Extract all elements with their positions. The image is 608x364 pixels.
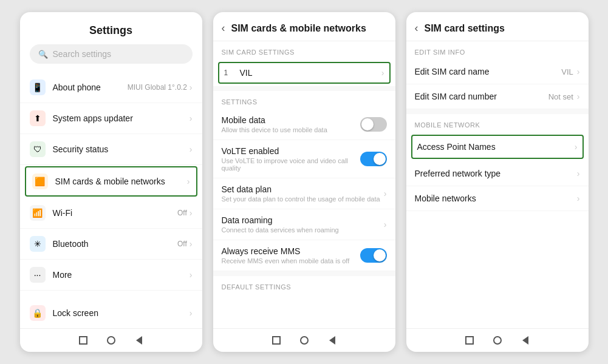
- mms-sublabel: Receive MMS even when mobile data is off: [222, 257, 360, 265]
- volte-item[interactable]: VoLTE enabled Use VoLTE to improve voice…: [213, 140, 395, 178]
- back-arrow-icon[interactable]: ‹: [222, 22, 225, 35]
- spacer: [20, 291, 202, 298]
- sim-number-item[interactable]: Edit SIM card number Not set ›: [406, 84, 589, 109]
- network-type-item[interactable]: Preferred network type ›: [406, 161, 589, 186]
- settings-item-sim-networks[interactable]: 🟧 SIM cards & mobile networks ›: [25, 166, 197, 197]
- about-phone-value: MIUI Global 1°.0.2: [128, 83, 190, 92]
- settings-item-about-phone[interactable]: 📱 About phone MIUI Global 1°.0.2 ›: [20, 72, 202, 103]
- lock-screen-chevron: ›: [190, 308, 193, 318]
- apn-item[interactable]: Access Point Names ›: [411, 135, 584, 159]
- sim-networks-chevron: ›: [187, 177, 190, 186]
- bluetooth-value: Off: [177, 240, 190, 248]
- apn-chevron: ›: [575, 142, 578, 152]
- vil-chevron: ›: [381, 68, 384, 78]
- nav-back-btn-3[interactable]: [520, 335, 531, 346]
- more-chevron: ›: [190, 270, 193, 280]
- nav-square-icon-3: [465, 336, 474, 345]
- search-bar[interactable]: 🔍 Search settings: [30, 44, 193, 64]
- wifi-icon: 📶: [30, 205, 46, 221]
- nav-circle-btn[interactable]: [106, 335, 117, 346]
- nav-back-btn-2[interactable]: [327, 335, 338, 346]
- sim-number-value: Not set: [548, 92, 573, 101]
- section-divider-1: [213, 86, 395, 91]
- nav-square-btn-2[interactable]: [271, 335, 282, 346]
- settings-title: Settings: [30, 24, 193, 37]
- security-icon: 🛡: [30, 141, 46, 157]
- bluetooth-chevron: ›: [190, 239, 193, 249]
- settings-item-more[interactable]: ··· More ›: [20, 260, 202, 291]
- bluetooth-text: Bluetooth: [53, 239, 178, 249]
- more-icon: ···: [30, 267, 46, 283]
- settings-item-lock-screen[interactable]: 🔒 Lock screen ›: [20, 298, 202, 328]
- panel-settings: Settings 🔍 Search settings 📱 About phone…: [20, 12, 202, 352]
- nav-back-btn[interactable]: [134, 335, 145, 346]
- sim-name-chevron: ›: [577, 67, 580, 76]
- volte-knob: [374, 153, 386, 165]
- data-roaming-sublabel: Connect to data services when roaming: [222, 226, 384, 234]
- mobile-data-toggle[interactable]: [360, 117, 387, 132]
- lock-screen-text: Lock screen: [53, 308, 190, 318]
- settings-item-bluetooth[interactable]: ✳ Bluetooth Off ›: [20, 229, 202, 260]
- volte-text: VoLTE enabled Use VoLTE to improve voice…: [222, 146, 360, 172]
- mms-item[interactable]: Always receive MMS Receive MMS even when…: [213, 240, 395, 271]
- mms-knob: [374, 249, 386, 261]
- nav-circle-icon-3: [493, 336, 502, 345]
- set-data-plan-sublabel: Set your data plan to control the usage …: [222, 195, 384, 203]
- about-phone-icon: 📱: [30, 79, 46, 95]
- sim-networks-header: ‹ SIM cards & mobile networks: [213, 12, 395, 41]
- lock-screen-label: Lock screen: [53, 308, 190, 318]
- nav-circle-btn-2[interactable]: [299, 335, 310, 346]
- mms-toggle[interactable]: [360, 248, 387, 263]
- section-divider-3: [406, 109, 589, 114]
- set-data-plan-text: Set data plan Set your data plan to cont…: [222, 184, 384, 203]
- nav-back-icon-3: [522, 336, 528, 345]
- network-type-label: Preferred network type: [415, 169, 577, 178]
- data-roaming-text: Data roaming Connect to data services wh…: [222, 215, 384, 234]
- nav-bar-panel2: [213, 328, 395, 352]
- sim-networks-text: SIM cards & mobile networks: [55, 177, 187, 186]
- volte-label: VoLTE enabled: [222, 146, 360, 156]
- volte-toggle[interactable]: [360, 152, 387, 166]
- sim-networks-content: SIM CARD SETTINGS 1 VIL › SETTINGS Mobil…: [213, 41, 395, 328]
- sim-name-item[interactable]: Edit SIM card name VIL ›: [406, 59, 589, 84]
- vil-item[interactable]: 1 VIL ›: [218, 62, 391, 84]
- mobile-data-item[interactable]: Mobile data Allow this device to use mob…: [213, 109, 395, 140]
- mobile-network-header: MOBILE NETWORK: [406, 114, 589, 132]
- back-arrow-icon-3[interactable]: ‹: [415, 22, 418, 35]
- wifi-value: Off: [177, 209, 190, 217]
- nav-back-icon-2: [329, 336, 335, 345]
- mobile-data-text: Mobile data Allow this device to use mob…: [222, 115, 360, 133]
- wifi-label: Wi-Fi: [53, 208, 178, 218]
- set-data-plan-label: Set data plan: [222, 184, 384, 194]
- nav-circle-icon: [107, 336, 115, 345]
- mobile-data-knob: [361, 118, 374, 130]
- mobile-networks-chevron: ›: [577, 194, 580, 203]
- more-label: More: [53, 270, 190, 280]
- nav-bar-panel3: [406, 328, 589, 352]
- nav-square-btn[interactable]: [78, 335, 89, 346]
- about-phone-label: About phone: [53, 83, 128, 92]
- set-data-plan-chevron: ›: [384, 189, 387, 198]
- security-chevron: ›: [190, 144, 193, 154]
- settings-item-wifi[interactable]: 📶 Wi-Fi Off ›: [20, 198, 202, 229]
- settings-section-header: SETTINGS: [213, 91, 395, 109]
- system-apps-chevron: ›: [190, 113, 193, 123]
- data-roaming-item[interactable]: Data roaming Connect to data services wh…: [213, 209, 395, 240]
- bluetooth-icon: ✳: [30, 236, 46, 252]
- mms-label: Always receive MMS: [222, 246, 360, 256]
- sim-card-settings-header: SIM CARD SETTINGS: [213, 41, 395, 59]
- mobile-networks-item[interactable]: Mobile networks ›: [406, 186, 589, 211]
- default-settings-header: DEFAULT SETTINGS: [213, 276, 395, 294]
- settings-item-system-apps[interactable]: ⬆ System apps updater ›: [20, 103, 202, 134]
- nav-square-btn-3[interactable]: [464, 335, 475, 346]
- set-data-plan-item[interactable]: Set data plan Set your data plan to cont…: [213, 178, 395, 209]
- vil-sim-number: 1: [224, 69, 234, 77]
- wifi-text: Wi-Fi: [53, 208, 178, 218]
- edit-sim-info-header: EDIT SIM INFO: [406, 41, 589, 59]
- sim-number-label: Edit SIM card number: [415, 92, 548, 101]
- settings-item-security[interactable]: 🛡 Security status ›: [20, 134, 202, 165]
- more-text: More: [53, 270, 190, 280]
- sim-networks-label: SIM cards & mobile networks: [55, 177, 187, 186]
- about-phone-chevron: ›: [190, 83, 193, 92]
- nav-circle-btn-3[interactable]: [492, 335, 503, 346]
